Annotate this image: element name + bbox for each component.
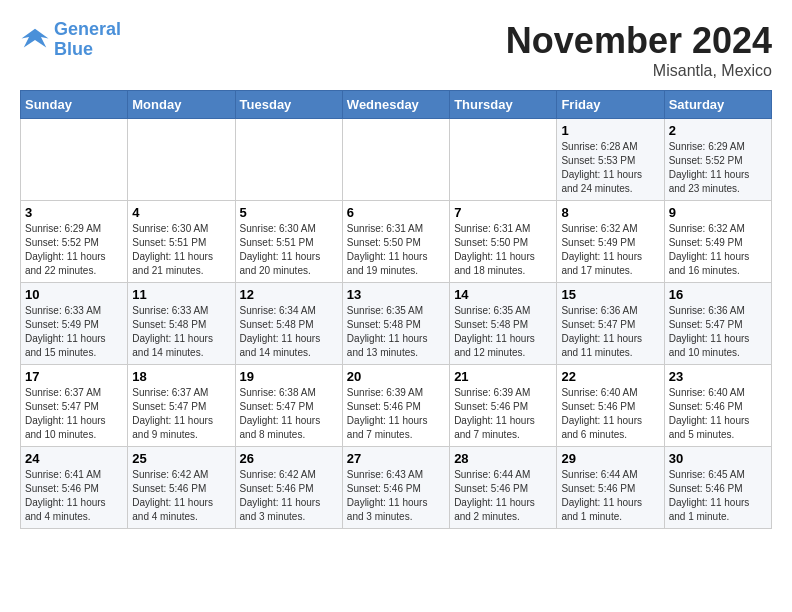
day-info: Sunrise: 6:38 AM Sunset: 5:47 PM Dayligh… xyxy=(240,386,338,442)
day-info: Sunrise: 6:31 AM Sunset: 5:50 PM Dayligh… xyxy=(454,222,552,278)
calendar-cell: 28Sunrise: 6:44 AM Sunset: 5:46 PM Dayli… xyxy=(450,447,557,529)
calendar-cell xyxy=(450,119,557,201)
day-info: Sunrise: 6:28 AM Sunset: 5:53 PM Dayligh… xyxy=(561,140,659,196)
day-info: Sunrise: 6:31 AM Sunset: 5:50 PM Dayligh… xyxy=(347,222,445,278)
day-number: 22 xyxy=(561,369,659,384)
calendar-table: SundayMondayTuesdayWednesdayThursdayFrid… xyxy=(20,90,772,529)
calendar-cell: 11Sunrise: 6:33 AM Sunset: 5:48 PM Dayli… xyxy=(128,283,235,365)
day-number: 26 xyxy=(240,451,338,466)
day-number: 25 xyxy=(132,451,230,466)
day-info: Sunrise: 6:40 AM Sunset: 5:46 PM Dayligh… xyxy=(561,386,659,442)
weekday-header: Friday xyxy=(557,91,664,119)
day-number: 14 xyxy=(454,287,552,302)
weekday-header: Thursday xyxy=(450,91,557,119)
day-info: Sunrise: 6:40 AM Sunset: 5:46 PM Dayligh… xyxy=(669,386,767,442)
calendar-cell: 15Sunrise: 6:36 AM Sunset: 5:47 PM Dayli… xyxy=(557,283,664,365)
page-header: General Blue November 2024 Misantla, Mex… xyxy=(20,20,772,80)
weekday-header: Tuesday xyxy=(235,91,342,119)
day-number: 15 xyxy=(561,287,659,302)
calendar-cell: 12Sunrise: 6:34 AM Sunset: 5:48 PM Dayli… xyxy=(235,283,342,365)
svg-marker-0 xyxy=(22,29,49,48)
weekday-header: Saturday xyxy=(664,91,771,119)
day-info: Sunrise: 6:39 AM Sunset: 5:46 PM Dayligh… xyxy=(347,386,445,442)
day-number: 20 xyxy=(347,369,445,384)
calendar-cell: 1Sunrise: 6:28 AM Sunset: 5:53 PM Daylig… xyxy=(557,119,664,201)
day-info: Sunrise: 6:44 AM Sunset: 5:46 PM Dayligh… xyxy=(561,468,659,524)
day-info: Sunrise: 6:45 AM Sunset: 5:46 PM Dayligh… xyxy=(669,468,767,524)
day-number: 6 xyxy=(347,205,445,220)
weekday-header: Monday xyxy=(128,91,235,119)
calendar-cell: 8Sunrise: 6:32 AM Sunset: 5:49 PM Daylig… xyxy=(557,201,664,283)
day-number: 24 xyxy=(25,451,123,466)
day-number: 2 xyxy=(669,123,767,138)
calendar-cell: 13Sunrise: 6:35 AM Sunset: 5:48 PM Dayli… xyxy=(342,283,449,365)
day-info: Sunrise: 6:32 AM Sunset: 5:49 PM Dayligh… xyxy=(669,222,767,278)
weekday-header: Wednesday xyxy=(342,91,449,119)
calendar-cell: 22Sunrise: 6:40 AM Sunset: 5:46 PM Dayli… xyxy=(557,365,664,447)
day-number: 19 xyxy=(240,369,338,384)
day-info: Sunrise: 6:44 AM Sunset: 5:46 PM Dayligh… xyxy=(454,468,552,524)
calendar-cell: 24Sunrise: 6:41 AM Sunset: 5:46 PM Dayli… xyxy=(21,447,128,529)
weekday-header: Sunday xyxy=(21,91,128,119)
calendar-cell: 21Sunrise: 6:39 AM Sunset: 5:46 PM Dayli… xyxy=(450,365,557,447)
day-info: Sunrise: 6:33 AM Sunset: 5:48 PM Dayligh… xyxy=(132,304,230,360)
day-number: 18 xyxy=(132,369,230,384)
day-number: 29 xyxy=(561,451,659,466)
day-info: Sunrise: 6:29 AM Sunset: 5:52 PM Dayligh… xyxy=(669,140,767,196)
calendar-cell: 20Sunrise: 6:39 AM Sunset: 5:46 PM Dayli… xyxy=(342,365,449,447)
calendar-week-row: 10Sunrise: 6:33 AM Sunset: 5:49 PM Dayli… xyxy=(21,283,772,365)
logo-icon xyxy=(20,25,50,55)
day-number: 17 xyxy=(25,369,123,384)
day-number: 27 xyxy=(347,451,445,466)
calendar-week-row: 3Sunrise: 6:29 AM Sunset: 5:52 PM Daylig… xyxy=(21,201,772,283)
calendar-cell: 5Sunrise: 6:30 AM Sunset: 5:51 PM Daylig… xyxy=(235,201,342,283)
day-number: 8 xyxy=(561,205,659,220)
day-info: Sunrise: 6:39 AM Sunset: 5:46 PM Dayligh… xyxy=(454,386,552,442)
calendar-cell: 9Sunrise: 6:32 AM Sunset: 5:49 PM Daylig… xyxy=(664,201,771,283)
day-info: Sunrise: 6:35 AM Sunset: 5:48 PM Dayligh… xyxy=(347,304,445,360)
weekday-header-row: SundayMondayTuesdayWednesdayThursdayFrid… xyxy=(21,91,772,119)
day-number: 16 xyxy=(669,287,767,302)
calendar-week-row: 24Sunrise: 6:41 AM Sunset: 5:46 PM Dayli… xyxy=(21,447,772,529)
month-title: November 2024 xyxy=(506,20,772,62)
calendar-cell: 27Sunrise: 6:43 AM Sunset: 5:46 PM Dayli… xyxy=(342,447,449,529)
day-number: 9 xyxy=(669,205,767,220)
calendar-cell xyxy=(21,119,128,201)
calendar-cell: 7Sunrise: 6:31 AM Sunset: 5:50 PM Daylig… xyxy=(450,201,557,283)
calendar-cell: 19Sunrise: 6:38 AM Sunset: 5:47 PM Dayli… xyxy=(235,365,342,447)
logo: General Blue xyxy=(20,20,121,60)
day-number: 12 xyxy=(240,287,338,302)
calendar-cell: 18Sunrise: 6:37 AM Sunset: 5:47 PM Dayli… xyxy=(128,365,235,447)
day-info: Sunrise: 6:36 AM Sunset: 5:47 PM Dayligh… xyxy=(669,304,767,360)
day-number: 23 xyxy=(669,369,767,384)
day-number: 4 xyxy=(132,205,230,220)
day-number: 10 xyxy=(25,287,123,302)
day-number: 30 xyxy=(669,451,767,466)
day-info: Sunrise: 6:37 AM Sunset: 5:47 PM Dayligh… xyxy=(25,386,123,442)
title-block: November 2024 Misantla, Mexico xyxy=(506,20,772,80)
calendar-cell: 17Sunrise: 6:37 AM Sunset: 5:47 PM Dayli… xyxy=(21,365,128,447)
day-number: 11 xyxy=(132,287,230,302)
day-info: Sunrise: 6:37 AM Sunset: 5:47 PM Dayligh… xyxy=(132,386,230,442)
day-number: 1 xyxy=(561,123,659,138)
calendar-cell: 25Sunrise: 6:42 AM Sunset: 5:46 PM Dayli… xyxy=(128,447,235,529)
calendar-cell: 23Sunrise: 6:40 AM Sunset: 5:46 PM Dayli… xyxy=(664,365,771,447)
location: Misantla, Mexico xyxy=(506,62,772,80)
day-number: 7 xyxy=(454,205,552,220)
calendar-cell: 2Sunrise: 6:29 AM Sunset: 5:52 PM Daylig… xyxy=(664,119,771,201)
calendar-cell: 16Sunrise: 6:36 AM Sunset: 5:47 PM Dayli… xyxy=(664,283,771,365)
calendar-cell: 26Sunrise: 6:42 AM Sunset: 5:46 PM Dayli… xyxy=(235,447,342,529)
calendar-cell: 30Sunrise: 6:45 AM Sunset: 5:46 PM Dayli… xyxy=(664,447,771,529)
calendar-cell: 29Sunrise: 6:44 AM Sunset: 5:46 PM Dayli… xyxy=(557,447,664,529)
day-info: Sunrise: 6:41 AM Sunset: 5:46 PM Dayligh… xyxy=(25,468,123,524)
day-number: 13 xyxy=(347,287,445,302)
day-number: 28 xyxy=(454,451,552,466)
day-info: Sunrise: 6:43 AM Sunset: 5:46 PM Dayligh… xyxy=(347,468,445,524)
day-info: Sunrise: 6:33 AM Sunset: 5:49 PM Dayligh… xyxy=(25,304,123,360)
day-info: Sunrise: 6:42 AM Sunset: 5:46 PM Dayligh… xyxy=(132,468,230,524)
day-number: 21 xyxy=(454,369,552,384)
calendar-cell: 14Sunrise: 6:35 AM Sunset: 5:48 PM Dayli… xyxy=(450,283,557,365)
logo-text: General Blue xyxy=(54,20,121,60)
calendar-week-row: 17Sunrise: 6:37 AM Sunset: 5:47 PM Dayli… xyxy=(21,365,772,447)
day-info: Sunrise: 6:29 AM Sunset: 5:52 PM Dayligh… xyxy=(25,222,123,278)
